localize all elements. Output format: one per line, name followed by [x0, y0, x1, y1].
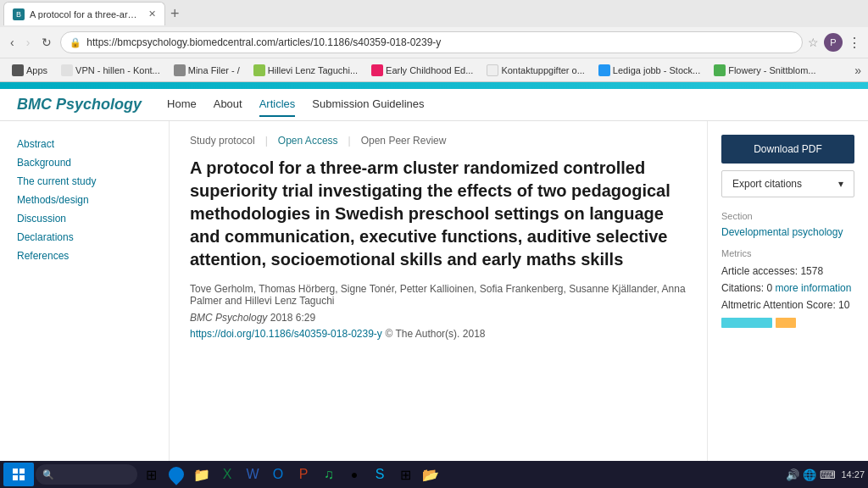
taskbar-ppt[interactable]: P: [292, 463, 315, 486]
nav-articles[interactable]: Articles: [259, 92, 296, 117]
address-bar[interactable]: 🔒 https://bmcpsychology.biomedcentral.co…: [60, 31, 803, 53]
site-nav: Home About Articles Submission Guideline…: [167, 92, 425, 117]
keyboard-icon: ⌨: [820, 469, 836, 481]
article-title: A protocol for a three-arm cluster rando…: [190, 157, 687, 271]
tab-close-button[interactable]: ✕: [148, 8, 156, 19]
svg-rect-0: [13, 469, 18, 474]
journal-info: BMC Psychology 2018 6:29: [190, 312, 687, 324]
bookmark-mina[interactable]: Mina Filer - /: [169, 63, 245, 78]
article-doi-line: https://doi.org/10.1186/s40359-018-0239-…: [190, 327, 687, 340]
article-type: Study protocol: [190, 135, 255, 147]
bookmarks-more-button[interactable]: »: [854, 64, 861, 77]
taskbar-explorer[interactable]: 📁: [190, 463, 214, 486]
teal-accent-bar: [0, 82, 868, 89]
bookmark-mina-label: Mina Filer - /: [188, 65, 240, 75]
journal-volume-val: 6:29: [296, 312, 315, 324]
bookmark-early[interactable]: Early Childhood Ed...: [366, 63, 478, 78]
new-tab-button[interactable]: +: [165, 5, 185, 23]
nav-submission[interactable]: Submission Guidelines: [312, 92, 424, 117]
mina-icon: [174, 64, 186, 76]
nav-home[interactable]: Home: [167, 92, 197, 117]
sidebar-link-discussion[interactable]: Discussion: [17, 209, 152, 228]
article-meta: Study protocol | Open Access | Open Peer…: [190, 135, 687, 147]
article-accesses-row: Article accesses: 1578: [721, 265, 854, 277]
browser-chrome: B A protocol for a three-arm clust... ✕ …: [0, 0, 868, 82]
taskbar-excel[interactable]: X: [215, 463, 239, 486]
lediga-icon: [598, 64, 610, 76]
kontakt-icon: [487, 64, 498, 76]
taskbar-right: 🔊 🌐 ⌨ 14:27: [786, 469, 865, 481]
taskbar-outlook[interactable]: O: [266, 463, 290, 486]
url-text: https://bmcpsychology.biomedcentral.com/…: [86, 36, 793, 48]
bookmark-vpn[interactable]: VPN - hillen - Kont...: [56, 63, 165, 78]
metrics-label: Metrics: [721, 248, 854, 258]
taskbar-spotify[interactable]: ♫: [317, 463, 341, 486]
citations-label: Citations:: [721, 282, 764, 294]
export-citations-button[interactable]: Export citations ▾: [721, 170, 854, 197]
svg-rect-3: [19, 475, 25, 480]
site-logo: BMC Psychology: [17, 96, 142, 114]
sidebar-link-declarations[interactable]: Declarations: [17, 228, 152, 247]
start-button[interactable]: [3, 463, 34, 486]
active-tab[interactable]: B A protocol for a three-arm clust... ✕: [3, 2, 165, 25]
taskbar-edge[interactable]: [164, 463, 188, 486]
open-access-badge: Open Access: [278, 135, 338, 147]
altmetric-label: Altmetric Attention Score:: [721, 299, 836, 311]
taskbar-files[interactable]: 📂: [419, 463, 442, 486]
article-authors: Tove Gerholm, Thomas Hörberg, Signe Toné…: [190, 283, 687, 307]
bookmark-star-button[interactable]: ☆: [808, 36, 819, 49]
altmetric-bar-segment-1: [721, 318, 772, 328]
bookmark-hillevi-label: Hillevi Lenz Taguchi...: [268, 65, 358, 75]
sidebar-link-current-study[interactable]: The current study: [17, 172, 152, 191]
bookmark-lediga[interactable]: Lediga jobb - Stock...: [593, 63, 705, 78]
taskbar-word[interactable]: W: [241, 463, 264, 486]
altmetric-value: 10: [838, 299, 849, 311]
taskbar-windows-icon2[interactable]: ⊞: [393, 463, 417, 486]
svg-rect-1: [19, 469, 25, 474]
bookmark-early-label: Early Childhood Ed...: [386, 65, 473, 75]
bookmark-flowery[interactable]: Flowery - Snittblom...: [709, 63, 821, 78]
journal-name: BMC Psychology: [190, 312, 267, 324]
back-button[interactable]: ‹: [7, 34, 18, 51]
taskbar: 🔍 ⊞ 📁 X W O P ♫ ● S ⊞ 📂 🔊 🌐 ⌨ 14:27: [0, 461, 868, 488]
more-information-link[interactable]: more information: [775, 282, 851, 294]
section-label: Section: [721, 211, 854, 221]
doi-link[interactable]: https://doi.org/10.1186/s40359-018-0239-…: [190, 328, 382, 340]
peer-review-badge: Open Peer Review: [361, 135, 447, 147]
taskbar-task-view[interactable]: ⊞: [139, 463, 163, 486]
bookmark-apps[interactable]: Apps: [7, 63, 53, 78]
sidebar-link-abstract[interactable]: Abstract: [17, 135, 152, 153]
flowery-icon: [714, 64, 726, 76]
sidebar-link-background[interactable]: Background: [17, 153, 152, 172]
bookmark-hillevi[interactable]: Hillevi Lenz Taguchi...: [248, 63, 363, 78]
nav-about[interactable]: About: [214, 92, 242, 117]
section-link-developmental[interactable]: Developmental psychology: [721, 226, 854, 238]
accesses-label: Article accesses:: [721, 265, 798, 277]
site-header: BMC Psychology Home About Articles Submi…: [0, 89, 868, 121]
taskbar-skype[interactable]: S: [368, 463, 392, 486]
browser-menu-button[interactable]: ⋮: [848, 35, 861, 51]
bookmark-vpn-label: VPN - hillen - Kont...: [75, 65, 160, 75]
article-area: Study protocol | Open Access | Open Peer…: [170, 121, 707, 488]
time-block: 14:27: [841, 469, 865, 480]
clock-time: 14:27: [841, 469, 865, 480]
windows-icon: [12, 468, 25, 481]
download-pdf-button[interactable]: Download PDF: [721, 135, 854, 164]
altmetric-row: Altmetric Attention Score: 10: [721, 299, 854, 311]
license-text: © The Author(s). 2018: [385, 328, 485, 340]
volume-icon: 🔊: [786, 469, 799, 481]
profile-button[interactable]: P: [824, 33, 843, 52]
sidebar-link-references[interactable]: References: [17, 247, 152, 265]
right-panel: Download PDF Export citations ▾ Section …: [707, 121, 868, 488]
altmetric-bar: [721, 318, 854, 328]
search-icon: 🔍: [42, 469, 54, 480]
taskbar-chrome[interactable]: ●: [342, 463, 366, 486]
bookmark-kontakt[interactable]: Kontaktuppgifter o...: [481, 63, 589, 78]
network-icon: 🌐: [803, 469, 816, 481]
forward-button[interactable]: ›: [23, 34, 34, 51]
accesses-value: 1578: [800, 265, 823, 277]
reload-button[interactable]: ↻: [38, 34, 55, 51]
taskbar-search[interactable]: 🔍: [36, 464, 137, 485]
bookmark-flowery-label: Flowery - Snittblom...: [728, 65, 815, 75]
sidebar-link-methods[interactable]: Methods/design: [17, 191, 152, 209]
